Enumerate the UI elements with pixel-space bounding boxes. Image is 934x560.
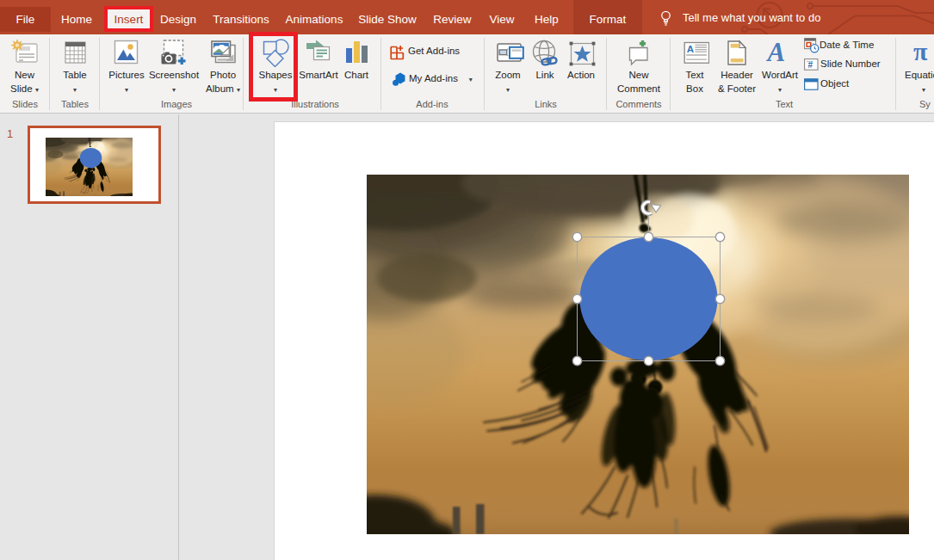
svg-text:A: A <box>766 39 785 67</box>
svg-text:#: # <box>807 60 813 70</box>
svg-text:A: A <box>687 44 694 54</box>
svg-text:π: π <box>913 39 928 65</box>
